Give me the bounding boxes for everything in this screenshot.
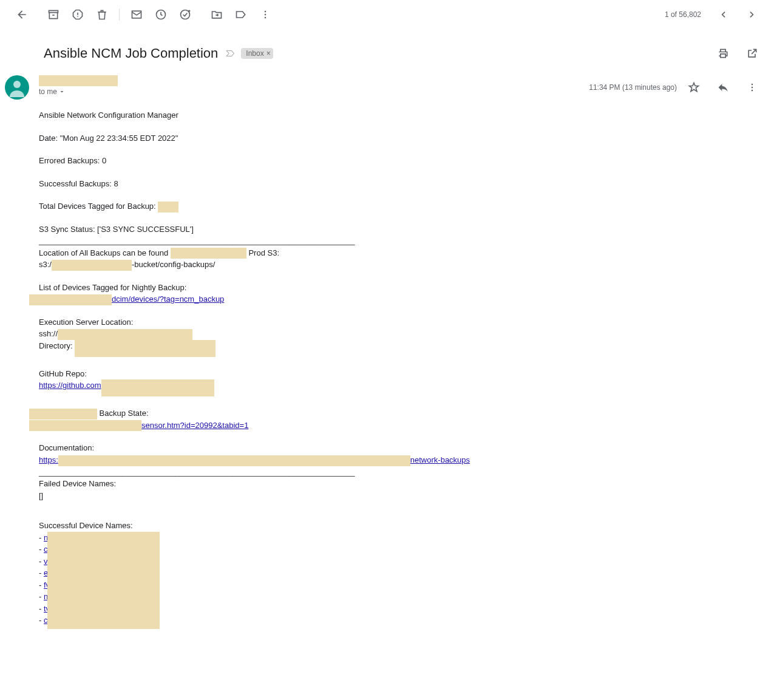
sender-block: to me xyxy=(39,75,589,96)
label-text: Inbox xyxy=(246,49,263,58)
report-spam-button[interactable] xyxy=(66,2,90,27)
older-button[interactable] xyxy=(711,2,735,27)
redacted xyxy=(58,455,410,466)
body-line: dcim/devices/?tag=ncm_backup xyxy=(29,293,537,305)
remove-label-icon[interactable]: × xyxy=(266,49,271,58)
message-meta: 11:34 PM (13 minutes ago) xyxy=(589,75,764,100)
folder-move-icon xyxy=(211,8,223,21)
important-marker[interactable] xyxy=(225,48,236,59)
redacted xyxy=(58,329,192,340)
redacted xyxy=(75,340,216,357)
svg-point-9 xyxy=(752,84,753,86)
body-line: Execution Server Location: xyxy=(39,316,537,328)
toolbar-right-group: 1 of 56,802 xyxy=(665,2,764,27)
redacted xyxy=(101,379,214,396)
inbox-label-chip[interactable]: Inbox × xyxy=(241,48,273,59)
print-button[interactable] xyxy=(711,41,735,66)
arrow-back-icon xyxy=(16,8,28,21)
reply-button[interactable] xyxy=(711,75,735,100)
body-line: GitHub Repo: xyxy=(39,368,537,380)
svg-point-6 xyxy=(265,14,266,16)
chevron-left-icon xyxy=(717,8,729,21)
open-new-window-button[interactable] xyxy=(740,41,764,66)
print-icon xyxy=(717,47,729,59)
devices-link[interactable]: dcim/devices/?tag=ncm_backup xyxy=(112,294,224,304)
svg-point-5 xyxy=(265,11,266,13)
successful-devices-list: - n - c - v - e - fv - n - tv - c xyxy=(39,532,537,627)
svg-point-1 xyxy=(77,16,78,18)
svg-point-10 xyxy=(752,87,753,89)
email-subject: Ansible NCM Job Completion xyxy=(44,46,218,61)
add-to-tasks-button[interactable] xyxy=(173,2,197,27)
add-task-icon xyxy=(179,8,191,21)
body-line: Documentation: xyxy=(39,442,537,454)
message-counter: 1 of 56,802 xyxy=(665,10,701,19)
body-line: S3 Sync Status: ['S3 SYNC SUCCESSFUL'] xyxy=(39,223,537,236)
important-icon xyxy=(225,48,236,59)
sender-name-redacted xyxy=(39,75,118,86)
subject-actions xyxy=(711,41,764,66)
email-body: Ansible Network Configuration Manager Da… xyxy=(0,104,546,636)
archive-icon xyxy=(47,8,59,21)
more-vert-icon xyxy=(746,81,758,93)
newer-button[interactable] xyxy=(740,2,764,27)
back-button[interactable] xyxy=(10,2,34,27)
more-button[interactable] xyxy=(253,2,277,27)
body-line: Failed Device Names: xyxy=(39,478,537,490)
timestamp: 11:34 PM (13 minutes ago) xyxy=(589,83,677,92)
body-line: Backup State: xyxy=(29,407,537,420)
expand-details-icon xyxy=(58,88,66,95)
star-button[interactable] xyxy=(682,75,706,100)
body-line: https:network-backups xyxy=(39,454,537,466)
body-line: Date: "Mon Aug 22 23:34:55 EDT 2022" xyxy=(39,132,537,144)
body-line: s3:/-bucket/config-backups/ xyxy=(39,259,537,271)
redacted xyxy=(158,202,178,212)
reply-icon xyxy=(717,81,729,93)
docs-link[interactable]: https: xyxy=(39,455,58,464)
clock-icon xyxy=(155,8,167,21)
body-line: Errored Backups: 0 xyxy=(39,155,537,167)
redacted xyxy=(29,294,112,305)
body-line: Ansible Network Configuration Manager xyxy=(39,109,537,121)
labels-button[interactable] xyxy=(229,2,253,27)
archive-button[interactable] xyxy=(41,2,66,27)
docs-link-suffix[interactable]: network-backups xyxy=(410,455,470,464)
body-line: Total Devices Tagged for Backup: xyxy=(39,200,537,212)
open-in-new-icon xyxy=(746,47,758,59)
svg-point-11 xyxy=(752,90,753,92)
mail-icon xyxy=(131,8,143,21)
star-icon xyxy=(688,81,700,93)
mark-unread-button[interactable] xyxy=(124,2,149,27)
sender-avatar[interactable] xyxy=(5,75,29,100)
body-line: Successful Device Names: xyxy=(39,520,537,532)
body-line: Successful Backups: 8 xyxy=(39,178,537,190)
trash-icon xyxy=(96,8,108,21)
move-to-button[interactable] xyxy=(205,2,229,27)
label-icon xyxy=(235,8,247,21)
separator: ________________________________________… xyxy=(39,466,537,478)
redacted xyxy=(47,532,160,629)
body-line: [] xyxy=(39,490,537,502)
body-line: https://github.com xyxy=(39,379,537,396)
recipient-line[interactable]: to me xyxy=(39,87,589,96)
redacted xyxy=(52,260,132,271)
sender-header: to me 11:34 PM (13 minutes ago) xyxy=(0,70,774,104)
person-icon xyxy=(5,75,29,100)
toolbar-left-group xyxy=(10,2,277,27)
snooze-button[interactable] xyxy=(149,2,173,27)
delete-button[interactable] xyxy=(90,2,114,27)
body-line: sensor.htm?id=20992&tabid=1 xyxy=(29,420,537,432)
email-toolbar: 1 of 56,802 xyxy=(0,0,774,29)
chevron-right-icon xyxy=(746,8,758,21)
toolbar-divider xyxy=(119,8,120,21)
report-spam-icon xyxy=(72,8,84,21)
more-vert-icon xyxy=(259,8,271,21)
message-more-button[interactable] xyxy=(740,75,764,100)
body-line: Directory: xyxy=(39,340,537,357)
body-line: Location of All Backups can be found Pro… xyxy=(39,247,537,259)
github-link[interactable]: https://github.com xyxy=(39,381,101,390)
redacted xyxy=(29,409,97,420)
redacted xyxy=(29,420,141,431)
sensor-link[interactable]: sensor.htm?id=20992&tabid=1 xyxy=(141,421,248,430)
svg-point-7 xyxy=(265,17,266,19)
